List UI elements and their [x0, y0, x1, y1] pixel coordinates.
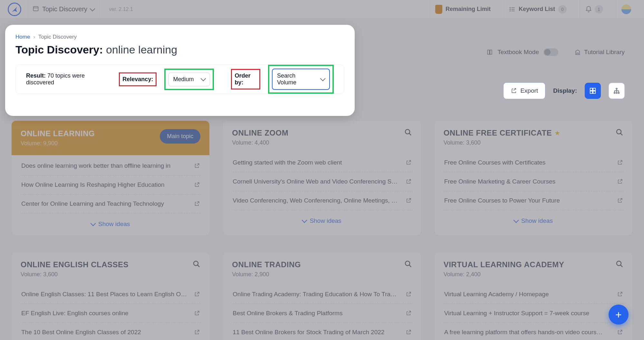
external-link-icon	[617, 291, 623, 297]
card-title: ONLINE ENGLISH CLASSES	[21, 260, 129, 269]
list-item[interactable]: How Online Learning Is Reshaping Higher …	[20, 175, 201, 194]
star-icon: ★	[554, 129, 560, 137]
svg-point-24	[617, 261, 621, 266]
list-item[interactable]: Cornell University's Online Web and Vide…	[231, 172, 412, 191]
add-fab[interactable]: +	[609, 305, 629, 325]
list-item[interactable]: A free learning platform that offers han…	[443, 323, 624, 340]
topics-grid-row-1: ONLINE LEARNING Volume: 9,900 Main topic…	[12, 121, 632, 235]
list-item[interactable]: EF English Live: English courses online	[20, 304, 201, 323]
toggle-switch[interactable]	[543, 48, 558, 56]
external-link-icon	[617, 160, 623, 165]
orderby-label: Order by:	[235, 72, 257, 86]
topic-card: VIRTUAL LEARNING ACADEMY Volume: 2,400 V…	[435, 252, 632, 340]
card-header: ONLINE FREE CERTIFICATE ★ Volume: 3,600	[435, 121, 632, 152]
show-ideas-button[interactable]: Show ideas	[435, 217, 632, 224]
show-ideas-button[interactable]: Show ideas	[223, 217, 421, 224]
svg-rect-0	[34, 6, 38, 11]
external-link-icon	[617, 179, 623, 184]
tutorial-library-button[interactable]: Tutorial Library	[574, 49, 625, 56]
list-item[interactable]: Video Conferencing, Web Conferencing, On…	[231, 191, 412, 210]
breadcrumb-current: Topic Discovery	[38, 34, 77, 40]
bullet-list-icon	[509, 6, 515, 13]
svg-rect-10	[590, 91, 592, 93]
external-link-icon	[406, 198, 411, 203]
external-link-icon	[194, 163, 200, 169]
tree-view-button[interactable]	[609, 83, 625, 99]
external-link-icon	[194, 291, 200, 297]
keyword-list-button[interactable]: Keyword List 0	[504, 0, 572, 19]
page-title: Topic Discovery: online learning	[15, 43, 344, 56]
search-icon[interactable]	[404, 128, 412, 136]
svg-point-2	[510, 7, 510, 8]
list-item[interactable]: 11 Best Online Brokers for Stock Trading…	[231, 323, 412, 340]
svg-point-20	[194, 261, 198, 266]
control-bar: Result: 70 topics were discovered Releva…	[15, 64, 344, 94]
card-volume: Volume: 9,900	[21, 140, 95, 147]
card-list: Free Online Courses with Certificates Fr…	[435, 152, 632, 210]
svg-point-22	[405, 261, 410, 266]
chevron-down-icon	[201, 76, 206, 81]
orderby-select-highlight: Search Volume	[268, 65, 334, 94]
search-icon[interactable]	[616, 260, 623, 268]
svg-rect-9	[593, 88, 595, 90]
svg-point-3	[510, 9, 510, 10]
tree-icon	[613, 87, 620, 94]
card-volume: Volume: 3,600	[444, 139, 560, 146]
chevron-down-icon	[302, 218, 307, 223]
remaining-limit-button[interactable]: Remaining Limit	[430, 0, 496, 19]
grid-icon	[589, 87, 596, 94]
app-logo[interactable]	[8, 3, 21, 16]
version-label: ver. 2.12.1	[109, 6, 133, 12]
list-item[interactable]: Free Online Courses to Power Your Future	[443, 191, 624, 210]
external-link-icon	[617, 198, 623, 203]
list-item[interactable]: Virtual Learning Academy / Homepage	[443, 285, 624, 304]
svg-point-15	[618, 92, 620, 94]
export-button[interactable]: Export	[503, 82, 545, 99]
tool-selector[interactable]: Topic Discovery	[28, 0, 99, 18]
list-item[interactable]: Free Online Courses with Certificates	[443, 153, 624, 172]
card-header: ONLINE LEARNING Volume: 9,900 Main topic	[12, 121, 209, 155]
topics-grid-row-2: ONLINE ENGLISH CLASSES Volume: 3,600 Onl…	[12, 252, 632, 340]
notification-count-badge: 1	[595, 5, 603, 14]
relevancy-select[interactable]: Medium	[168, 72, 210, 86]
svg-point-14	[616, 92, 617, 94]
main-topic-badge: Main topic	[160, 129, 200, 144]
search-icon[interactable]	[616, 128, 623, 136]
topic-card: ONLINE FREE CERTIFICATE ★ Volume: 3,600 …	[435, 121, 632, 235]
list-item[interactable]: Online Trading Academy: Trading Educatio…	[231, 285, 412, 304]
breadcrumb-home[interactable]: Home	[15, 34, 30, 40]
card-volume: Volume: 2,400	[444, 271, 564, 278]
user-menu[interactable]	[616, 0, 636, 19]
card-list: Does online learning work better than of…	[12, 155, 209, 213]
textbook-mode-toggle[interactable]: Textbook Mode	[486, 48, 558, 56]
grid-view-button[interactable]	[585, 83, 601, 99]
card-header: ONLINE ENGLISH CLASSES Volume: 3,600	[12, 252, 209, 284]
tool-name: Topic Discovery	[42, 5, 87, 13]
mode-bar: Textbook Mode Tutorial Library	[486, 48, 625, 56]
list-item[interactable]: Online English Classes: 11 Best Places t…	[20, 285, 201, 304]
show-ideas-button[interactable]: Show ideas	[12, 221, 209, 228]
list-item[interactable]: Getting started with the Zoom web client	[231, 153, 412, 172]
card-volume: Volume: 3,600	[21, 271, 129, 278]
list-item[interactable]: Best Online Brokers & Trading Platforms	[231, 304, 412, 323]
chevron-down-icon	[320, 76, 326, 81]
svg-rect-11	[593, 91, 595, 93]
card-header: ONLINE TRADING Volume: 2,900	[223, 252, 421, 284]
list-item[interactable]: Center for Online Learning and Teaching …	[20, 194, 201, 213]
plus-icon: +	[615, 308, 622, 321]
notifications-button[interactable]: 1	[580, 0, 608, 19]
search-icon[interactable]	[193, 260, 200, 268]
card-title: ONLINE FREE CERTIFICATE	[444, 128, 552, 137]
card-header: VIRTUAL LEARNING ACADEMY Volume: 2,400	[435, 252, 632, 284]
list-item[interactable]: The 10 Best Online English Classes of 20…	[20, 323, 201, 340]
keyword-count-badge: 0	[558, 5, 567, 14]
search-icon[interactable]	[404, 260, 412, 268]
card-title: ONLINE LEARNING	[21, 129, 95, 138]
list-item[interactable]: Free Online Marketing & Career Courses	[443, 172, 624, 191]
list-item[interactable]: Virtual Learning + Instructor Support = …	[443, 304, 624, 323]
list-item[interactable]: Does online learning work better than of…	[20, 156, 201, 175]
external-link-icon	[194, 201, 200, 207]
topic-card: ONLINE ZOOM Volume: 4,400 Getting starte…	[223, 121, 421, 235]
orderby-select[interactable]: Search Volume	[272, 69, 330, 90]
external-link-icon	[406, 310, 411, 316]
